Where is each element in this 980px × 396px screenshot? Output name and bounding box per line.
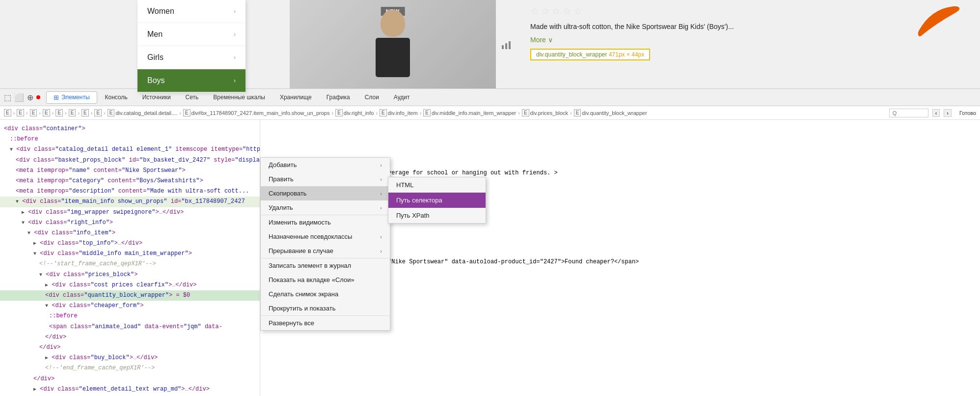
breadcrumb-search-input[interactable] — [889, 109, 928, 117]
ctx-pseudoclasses-label: Назначенные псевдоклассы — [269, 233, 352, 240]
nav-item-girls[interactable]: Girls › — [137, 46, 245, 69]
more-chevron-icon: ∨ — [548, 36, 553, 44]
inspect-icon[interactable]: ⬚ — [4, 93, 11, 102]
nav-item-men-label: Men — [147, 30, 163, 39]
bc-catalog-detail[interactable]: E div.catalog_detail.detail.... — [108, 109, 177, 116]
code-line-16[interactable]: <div class="quantity_block_wrapper"> = $… — [0, 290, 260, 301]
ctx-layers[interactable]: Показать на вкладке «Слои» — [261, 273, 390, 287]
chevron-right-icon: › — [234, 77, 236, 84]
bc-right-info[interactable]: E div.right_info — [335, 109, 374, 116]
code-line-2: <div class="catalog_detail detail elemen… — [0, 144, 260, 155]
bc-quantity-wrapper[interactable]: E div.quantity_block_wrapper — [574, 109, 647, 116]
bc-item-2[interactable]: E — [30, 109, 37, 116]
ctx-screenshot[interactable]: Сделать снимок экрана — [261, 287, 390, 301]
bc-item-6[interactable]: E — [82, 109, 89, 116]
tab-storage-label: Хранилище — [280, 94, 312, 101]
tab-network[interactable]: Сеть — [179, 92, 206, 103]
nike-logo — [916, 4, 960, 40]
bc-arrow: › — [52, 110, 54, 116]
code-line-21: </div> — [0, 342, 260, 353]
nav-item-boys-label: Boys — [147, 76, 165, 85]
bc-item-3[interactable]: E — [43, 109, 50, 116]
bc-info-item[interactable]: E div.info_item — [380, 109, 418, 116]
code-line-17: <div class="cheaper_form"> — [0, 301, 260, 311]
code-line-25: <div class="element_detail_text wrap_md"… — [0, 384, 260, 395]
context-menu: Добавить › Править › Скопировать › Удали… — [260, 157, 390, 331]
ctx-breakpoints[interactable]: Прерывание в случае › — [261, 244, 390, 258]
bc-item-1[interactable]: E — [17, 109, 24, 116]
submenu-xpath[interactable]: Путь XPath — [388, 208, 486, 223]
chart-icon[interactable] — [501, 39, 512, 53]
code-line-5: <meta itemprop="category" content="Boys/… — [0, 176, 260, 186]
tab-sources-label: Источники — [142, 94, 171, 101]
ctx-edit-label: Править — [269, 175, 294, 183]
ctx-copy[interactable]: Скопировать › — [261, 186, 390, 200]
ctx-visibility[interactable]: Изменить видимость — [261, 215, 390, 229]
breadcrumb-next-btn[interactable]: › — [944, 109, 952, 117]
chevron-right-icon: › — [234, 8, 236, 15]
ctx-copy-label: Скопировать — [269, 190, 307, 197]
tab-elements[interactable]: ⊞ Элементы — [46, 91, 97, 104]
ctx-breakpoints-arrow: › — [380, 248, 382, 254]
nav-item-women-label: Women — [147, 7, 174, 16]
tab-timelines-label: Временные шкалы — [213, 94, 265, 101]
stars-row: ☆ ☆ ☆ ☆ ☆ — [530, 5, 756, 17]
nav-item-men[interactable]: Men › — [137, 23, 245, 46]
nav-item-women[interactable]: Women › — [137, 0, 245, 23]
star-5: ☆ — [573, 5, 582, 17]
bc-middle-info[interactable]: E div.middle_info.main_item_wrapper — [423, 109, 516, 116]
ctx-log[interactable]: Записать элемент в журнал — [261, 258, 390, 273]
code-line-9: <div class="right_info"> — [0, 218, 260, 228]
bc-arrow: › — [78, 110, 80, 116]
bc-item-0[interactable]: E — [4, 109, 11, 116]
bc-item-main-info[interactable]: E div#bx_117848907_2427.item_main_info.s… — [183, 109, 330, 116]
code-line-19: <span class="animate_load" data-event="j… — [0, 322, 260, 332]
bc-arrow: › — [91, 110, 93, 116]
bc-arrow: › — [420, 110, 422, 116]
tab-sources[interactable]: Источники — [136, 92, 178, 103]
ctx-expand[interactable]: Развернуть все — [261, 315, 390, 330]
bc-item-4[interactable]: E — [55, 109, 63, 116]
ctx-pseudoclasses[interactable]: Назначенные псевдоклассы › — [261, 229, 390, 244]
breadcrumb-prev-btn[interactable]: ‹ — [932, 109, 940, 117]
bc-arrow: › — [13, 110, 15, 116]
tab-storage[interactable]: Хранилище — [273, 92, 319, 103]
tab-layers[interactable]: Слои — [358, 92, 386, 103]
ctx-copy-arrow: › — [380, 191, 382, 197]
ctx-add-label: Добавить — [269, 161, 297, 169]
product-description: Made with ultra-soft cotton, the Nike Sp… — [530, 22, 756, 32]
ctx-add-arrow: › — [380, 162, 382, 168]
kid-body — [376, 38, 410, 77]
bc-item-5[interactable]: E — [69, 109, 76, 116]
more-link[interactable]: More ∨ — [530, 36, 756, 44]
nav-item-boys[interactable]: Boys › — [137, 69, 245, 92]
submenu: HTML Путь селектора Путь XPath — [388, 177, 486, 224]
code-line-23: <!--'end_frame_cache_qepX1R'--> — [0, 363, 260, 373]
code-line-20: </div> — [0, 332, 260, 342]
tab-timelines[interactable]: Временные шкалы — [206, 92, 272, 103]
elements-icon: ⊞ — [54, 94, 59, 101]
code-line-7: <div class="item_main_info show_un_props… — [0, 197, 260, 207]
cursor-icon[interactable]: ⊕ — [27, 93, 33, 102]
svg-rect-2 — [509, 41, 511, 49]
bc-arrow: › — [331, 110, 333, 116]
ctx-scroll[interactable]: Прокрутить и показать — [261, 301, 390, 315]
nav-dropdown: Women › Men › Girls › Boys › — [137, 0, 245, 92]
tab-graphics[interactable]: Графика — [320, 92, 357, 103]
ctx-add[interactable]: Добавить › — [261, 158, 390, 172]
tab-console-label: Консоль — [105, 94, 128, 101]
submenu-html[interactable]: HTML — [388, 177, 486, 193]
mobile-icon[interactable]: ⬜ — [14, 93, 24, 102]
bc-prices-block[interactable]: E div.prices_block — [522, 109, 568, 116]
submenu-selector-path[interactable]: Путь селектора — [388, 193, 486, 208]
quantity-class-name: div.quantity_block_wrapper — [536, 51, 607, 58]
bc-item-7[interactable]: E — [94, 109, 102, 116]
more-label: More — [530, 36, 546, 44]
ctx-edit[interactable]: Править › — [261, 172, 390, 186]
tab-audit[interactable]: Аудит — [387, 92, 417, 103]
tab-console[interactable]: Консоль — [98, 92, 135, 103]
bc-arrow: › — [179, 110, 181, 116]
ctx-delete[interactable]: Удалить › — [261, 200, 390, 215]
bc-arrow: › — [376, 110, 378, 116]
code-line-6: <meta itemprop="description" content="Ma… — [0, 186, 260, 197]
